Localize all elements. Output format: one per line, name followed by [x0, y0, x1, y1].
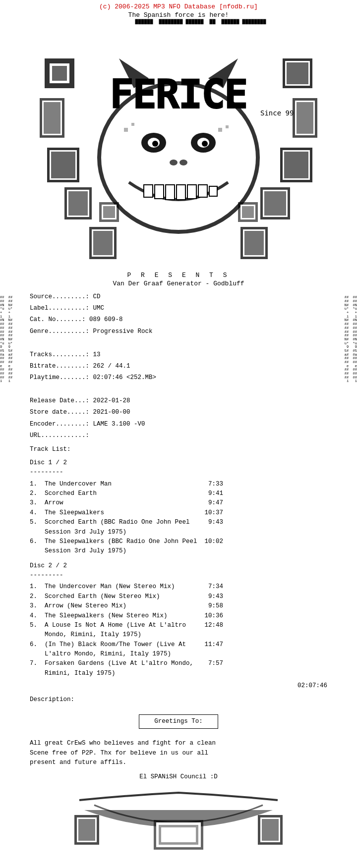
svg-rect-60	[242, 206, 254, 218]
label-value: UMC	[93, 305, 105, 312]
track-d2-7b: Rimini, Italy 1975)	[30, 669, 327, 678]
label-line: Label..........: UMC	[30, 304, 327, 313]
disc1-header: Disc 1 / 2	[30, 458, 327, 468]
greetings-box-label: Greetings To:	[154, 718, 203, 725]
catno-label: Cat. No.......:	[30, 316, 89, 323]
disc2-divider: ---------	[30, 571, 327, 580]
greetings-wrapper: Greetings To:	[30, 709, 327, 734]
track-d2-3: 3. Arrow (New Stereo Mix) 9:58	[30, 601, 327, 611]
svg-rect-47	[226, 125, 229, 128]
album-title: Van Der Graaf Generator - Godbluff	[0, 280, 357, 287]
svg-rect-36	[155, 185, 164, 199]
track-d2-1: 1. The Undercover Man (New Stereo Mix) 7…	[30, 582, 327, 592]
track-d2-6a: 6. (In The) Black Room/The Tower (Live A…	[30, 640, 327, 650]
svg-rect-45	[131, 123, 134, 126]
svg-rect-16	[287, 62, 308, 84]
main-content: ## ## ## ## #N N# *u u* + + i i #N N# ##…	[0, 292, 357, 782]
track-d1-5b: Session 3rd July 1975)	[30, 528, 327, 537]
svg-rect-46	[218, 128, 222, 132]
info-section: Source.........: CD Label..........: UMC…	[0, 292, 357, 441]
svg-rect-71	[161, 827, 196, 842]
track-d1-3: 3. Arrow 9:47	[30, 498, 327, 508]
releasedate-line: Release Date...: 2022-01-28	[30, 396, 327, 406]
tracks-label: Tracks.........:	[30, 351, 93, 358]
header-section: (c) 2006-2025 MP3 NFO Database [nfodb.ru…	[0, 0, 357, 19]
svg-point-34	[179, 160, 187, 165]
svg-point-31	[152, 141, 158, 147]
track-d1-4: 4. The Sleepwalkers 10:37	[30, 508, 327, 518]
greetings-text: All great CrEwS who believes and fight f…	[30, 739, 327, 767]
svg-rect-51	[93, 231, 113, 255]
track-d2-4: 4. The Sleepwalkers (New Stereo Mix) 10:…	[30, 611, 327, 621]
svg-rect-37	[166, 185, 175, 200]
disc1-divider: ---------	[30, 468, 327, 477]
genre-line: Genre..........: Progressive Rock	[30, 327, 327, 336]
playtime-line: Playtime.......: 02:07:46 <252.MB>	[30, 373, 327, 382]
source-value: CD	[93, 293, 101, 300]
bitrate-value: 262 / 44.1	[93, 363, 130, 370]
bitrate-line: Bitrate........: 262 / 44.1	[30, 362, 327, 371]
url-line: URL............:	[30, 431, 327, 440]
encoder-line: Encoder........: LAME 3.100 -V0	[30, 420, 327, 429]
el-spanish: El SPANiSH Council :D	[30, 772, 327, 782]
svg-rect-40	[198, 185, 207, 197]
tracks-line: Tracks.........: 13	[30, 350, 327, 360]
track-list-section: Track List: Disc 1 / 2 --------- 1. The …	[0, 445, 357, 691]
track-list-header: Track List:	[30, 445, 327, 454]
storedate-value: 2021-00-00	[93, 409, 130, 416]
svg-rect-35	[144, 185, 153, 197]
svg-text:Since 99: Since 99	[260, 109, 294, 117]
presents-line: P R E S E N T S	[0, 271, 357, 279]
source-line: Source.........: CD	[30, 292, 327, 302]
svg-rect-54	[244, 231, 264, 255]
svg-rect-4	[52, 66, 67, 81]
bottom-ascii-art	[0, 785, 357, 867]
description-section: Description: Greetings To: All great CrE…	[0, 695, 357, 782]
storedate-line: Store date.....: 2021-00-00	[30, 408, 327, 417]
svg-rect-38	[177, 185, 185, 200]
svg-rect-67	[262, 819, 279, 841]
svg-rect-10	[51, 152, 75, 178]
releasedate-value: 2022-01-28	[93, 397, 130, 404]
source-label: Source.........:	[30, 293, 93, 300]
disc2-header: Disc 2 / 2	[30, 561, 327, 571]
logo-svg: FERICE	[35, 29, 322, 267]
svg-point-33	[170, 160, 178, 165]
releasedate-label: Release Date...:	[30, 397, 93, 404]
track-d1-5a: 5. Scorched Earth (BBC Radio One John Pe…	[30, 518, 327, 527]
logo-art: ██████ ████████ ██████ ██ ██████ ███████…	[0, 20, 357, 28]
bottom-art-svg	[55, 785, 302, 865]
genre-label: Genre..........:	[30, 328, 93, 335]
svg-rect-64	[78, 819, 95, 841]
track-d2-2: 2. Scorched Earth (New Stereo Mix) 9:43	[30, 592, 327, 601]
track-d2-5b: Mondo, Rimini, Italy 1975)	[30, 630, 327, 640]
playtime-label: Playtime.......:	[30, 374, 93, 381]
playtime-value: 02:07:46 <252.MB>	[93, 374, 157, 381]
label-label: Label..........:	[30, 305, 93, 312]
track-d2-5a: 5. A Louse Is Not A Home (Live At L'altr…	[30, 621, 327, 630]
total-time-value: 02:07:46	[298, 682, 327, 689]
greetings-box: Greetings To:	[139, 714, 218, 729]
copyright-line: (c) 2006-2025 MP3 NFO Database [nfodb.ru…	[0, 3, 357, 10]
track-d1-6a: 6. The Sleepwalkers (BBC Radio One John …	[30, 537, 327, 546]
total-time: 02:07:46	[30, 681, 327, 691]
svg-rect-39	[187, 185, 196, 199]
track-d1-2: 2. Scorched Earth 9:41	[30, 489, 327, 498]
tagline: The Spanish force is here!	[0, 11, 357, 19]
svg-rect-7	[44, 102, 60, 134]
svg-rect-13	[68, 191, 88, 216]
track-d2-6b: L'altro Mondo, Rimini, Italy 1975)	[30, 650, 327, 659]
encoder-label: Encoder........:	[30, 421, 93, 428]
svg-rect-57	[103, 206, 115, 218]
svg-rect-22	[284, 152, 308, 178]
encoder-value: LAME 3.100 -V0	[93, 421, 145, 428]
svg-rect-44	[124, 128, 128, 132]
svg-point-32	[202, 141, 208, 147]
description-header: Description:	[30, 695, 327, 705]
track-d1-1: 1. The Undercover Man 7:33	[30, 480, 327, 489]
genre-value: Progressive Rock	[93, 328, 153, 335]
svg-rect-19	[297, 102, 313, 134]
track-d2-7a: 7. Forsaken Gardens (Live At L'altro Mon…	[30, 659, 327, 668]
catno-value: 089 609-8	[89, 316, 123, 323]
svg-rect-41	[209, 186, 217, 196]
